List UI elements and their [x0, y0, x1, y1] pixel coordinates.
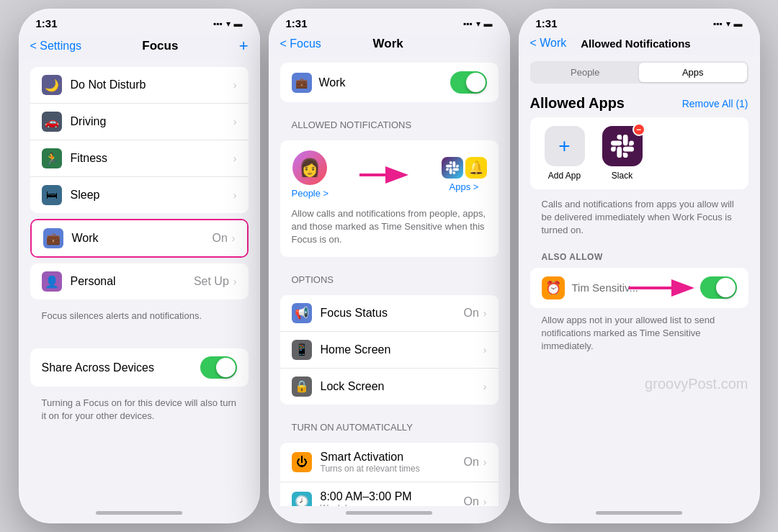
smart-activation-icon: ⏻ — [292, 452, 312, 472]
notifications-card: 👩 People > — [280, 140, 498, 257]
list-item-sleep[interactable]: 🛏 Sleep › — [30, 177, 249, 213]
schedule-label: 8:00 AM–3:00 PM — [321, 490, 464, 503]
apps-notif-group[interactable]: 🔔 Apps > — [442, 157, 487, 192]
work-toggle-label: Work — [319, 76, 450, 89]
list-item-work[interactable]: 💼 Work On › — [32, 220, 247, 256]
phone-screen-2: 1:31 ▪▪▪ ▾ ▬ < Focus Work 💼 Work ALLOWED — [269, 9, 510, 523]
work-label: Work — [72, 232, 213, 245]
smart-activation-item[interactable]: ⏻ Smart Activation Turns on at relevant … — [280, 443, 498, 482]
tab-apps[interactable]: Apps — [639, 63, 747, 82]
back-button-3[interactable]: < Work — [530, 37, 567, 50]
focus-list: 🌙 Do Not Disturb › 🚗 Driving › 🏃 Fitness… — [30, 67, 249, 213]
time-2: 1:31 — [286, 17, 308, 30]
list-item-fitness[interactable]: 🏃 Fitness › — [30, 140, 249, 177]
time-sensitive-toggle[interactable] — [700, 276, 737, 299]
add-app-label: Add App — [548, 171, 581, 181]
home-screen-item[interactable]: 📱 Home Screen › — [280, 332, 498, 369]
focus-status-label: Focus Status — [321, 307, 464, 320]
focus-status-icon: 📢 — [292, 303, 312, 323]
chevron-icon: › — [483, 381, 487, 392]
battery-icon-2: ▬ — [484, 19, 493, 29]
home-indicator-3 — [519, 506, 760, 523]
lock-screen-label: Lock Screen — [321, 380, 483, 393]
work-item-highlighted[interactable]: 💼 Work On › — [30, 219, 249, 258]
work-toggle-row: 💼 Work — [280, 63, 498, 102]
focus-footer: Focus silences alerts and notifications. — [19, 305, 260, 331]
work-toggle-icon: 💼 — [292, 73, 312, 93]
toggle-knob — [216, 358, 236, 377]
battery-icon: ▬ — [234, 19, 243, 29]
chevron-icon: › — [483, 307, 487, 319]
notif-desc: Allow calls and notifications from peopl… — [292, 207, 487, 247]
schedule-item[interactable]: 🕗 8:00 AM–3:00 PM Weekdays On › — [280, 482, 498, 506]
wifi-icon-2: ▾ — [476, 19, 480, 29]
chevron-icon: › — [233, 276, 237, 287]
donotdisturb-icon: 🌙 — [42, 75, 62, 95]
personal-icon: 👤 — [42, 271, 62, 292]
add-focus-button[interactable]: + — [239, 37, 249, 55]
toggle-knob-ts — [716, 278, 735, 297]
share-devices-group: Share Across Devices — [30, 348, 249, 387]
time-sensitive-row: ⏰ Tim Sensitiv... — [530, 268, 748, 308]
list-item-donotdisturb[interactable]: 🌙 Do Not Disturb › — [30, 67, 249, 104]
focus-status-item[interactable]: 📢 Focus Status On › — [280, 295, 498, 332]
slack-label: Slack — [612, 171, 632, 181]
chevron-icon: › — [483, 456, 487, 468]
home-indicator-1 — [19, 506, 260, 523]
toggle-knob-work — [466, 73, 486, 92]
apps-icons-row: 🔔 — [442, 157, 487, 179]
watermark-text: groovyPost.com — [645, 376, 748, 392]
donotdisturb-label: Do Not Disturb — [71, 78, 233, 91]
status-bar-3: 1:31 ▪▪▪ ▾ ▬ — [519, 9, 760, 34]
list-item-personal[interactable]: 👤 Personal Set Up › — [30, 263, 249, 299]
toggle-with-arrow — [700, 276, 737, 299]
tab-people[interactable]: People — [532, 63, 640, 82]
home-bar-2 — [346, 511, 432, 515]
yellow-app-icon: 🔔 — [465, 157, 487, 179]
chevron-icon: › — [233, 189, 237, 201]
sleep-label: Sleep — [71, 189, 233, 202]
allowed-apps-header: Allowed Apps Remove All (1) — [519, 89, 760, 114]
wifi-icon-3: ▾ — [726, 19, 730, 29]
smart-activation-value: On — [463, 456, 478, 469]
people-label: People > — [292, 188, 329, 199]
work-icon: 💼 — [43, 228, 63, 248]
remove-all-button[interactable]: Remove All (1) — [682, 98, 748, 109]
pink-arrow-toggle-svg — [625, 274, 697, 302]
back-button-2[interactable]: < Focus — [280, 37, 321, 50]
options-list: 📢 Focus Status On › 📱 Home Screen › 🔒 Lo… — [280, 295, 498, 405]
people-notif-group[interactable]: 👩 People > — [292, 150, 329, 199]
home-screen-icon: 📱 — [292, 340, 312, 360]
screen3-content: People Apps Allowed Apps Remove All (1) … — [519, 55, 760, 506]
personal-list: 👤 Personal Set Up › — [30, 263, 249, 299]
schedule-value: On — [463, 495, 478, 506]
watermark-area: groovyPost.com — [519, 361, 760, 407]
share-devices-item[interactable]: Share Across Devices — [30, 348, 249, 387]
status-bar-1: 1:31 ▪▪▪ ▾ ▬ — [19, 9, 260, 34]
driving-label: Driving — [71, 115, 233, 128]
chevron-icon: › — [483, 344, 487, 356]
nav-title-1: Focus — [142, 39, 178, 53]
add-app-item[interactable]: + Add App — [542, 126, 588, 181]
auto-list: ⏻ Smart Activation Turns on at relevant … — [280, 443, 498, 506]
time-3: 1:31 — [536, 17, 558, 30]
list-item-driving[interactable]: 🚗 Driving › — [30, 104, 249, 140]
slack-icon — [442, 157, 463, 179]
signal-icon-2: ▪▪▪ — [463, 19, 473, 29]
personal-label: Personal — [71, 275, 194, 288]
smart-activation-text-group: Smart Activation Turns on at relevant ti… — [321, 451, 464, 474]
fitness-icon: 🏃 — [42, 148, 62, 168]
chevron-icon: › — [233, 153, 237, 164]
share-devices-toggle[interactable] — [200, 356, 237, 379]
allowed-notif-section-label: ALLOWED NOTIFICATIONS — [269, 108, 510, 135]
apps-label: Apps > — [450, 181, 479, 192]
back-button-1[interactable]: < Settings — [30, 40, 82, 53]
lock-screen-item[interactable]: 🔒 Lock Screen › — [280, 369, 498, 405]
schedule-icon: 🕗 — [292, 492, 312, 506]
chevron-icon: › — [483, 496, 487, 506]
apps-desc: Calls and notifications from apps you al… — [519, 195, 760, 246]
work-value: On — [212, 232, 227, 245]
screen2-content: 💼 Work ALLOWED NOTIFICATIONS 👩 People > — [269, 57, 510, 506]
work-toggle[interactable] — [450, 71, 487, 94]
slack-app-item[interactable]: − Slack — [599, 126, 645, 181]
